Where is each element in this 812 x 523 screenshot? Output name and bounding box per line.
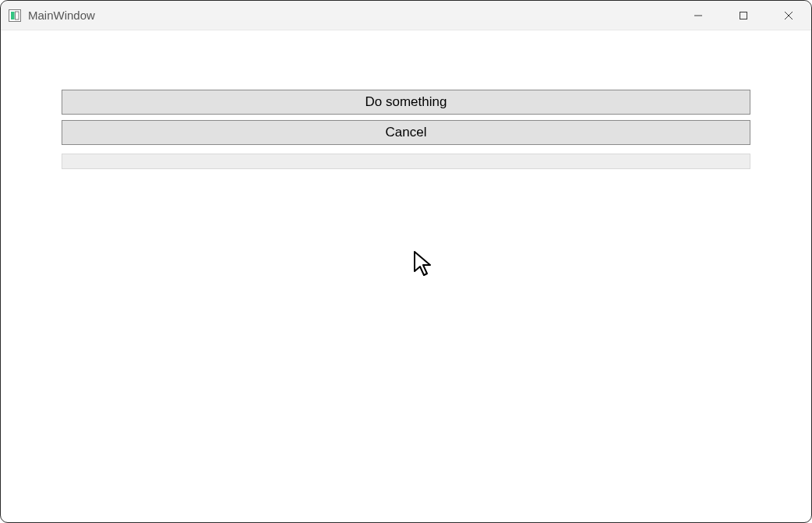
svg-rect-2 (16, 12, 19, 19)
title-bar-left: MainWindow (9, 9, 95, 22)
close-button[interactable] (766, 1, 811, 30)
title-bar: MainWindow (1, 1, 811, 30)
svg-rect-1 (11, 12, 15, 19)
app-icon (9, 9, 21, 22)
svg-rect-5 (740, 12, 747, 19)
window-title: MainWindow (28, 9, 95, 22)
progress-bar (62, 154, 750, 169)
mouse-cursor-icon (412, 250, 434, 281)
window-controls (676, 1, 811, 30)
client-area: Do something Cancel (1, 30, 811, 169)
cancel-button[interactable]: Cancel (62, 120, 750, 145)
maximize-button[interactable] (721, 1, 766, 30)
do-something-button[interactable]: Do something (62, 90, 750, 115)
minimize-button[interactable] (676, 1, 721, 30)
